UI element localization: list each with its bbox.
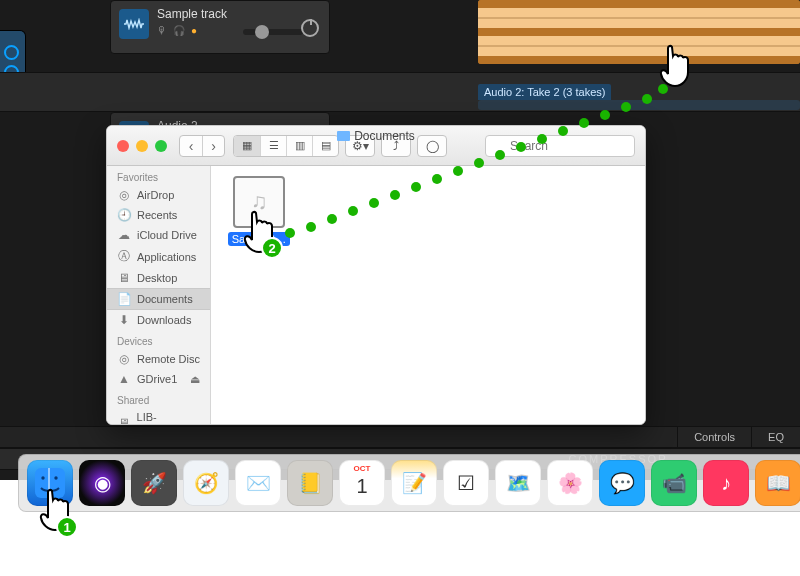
downloads-icon: ⬇ xyxy=(117,313,131,327)
dock-app-reminders[interactable]: ☑︎ xyxy=(443,460,489,506)
sidebar-header-devices: Devices xyxy=(107,330,210,349)
sidebar-item-icloud[interactable]: ☁iCloud Drive xyxy=(107,225,210,245)
track-header-1[interactable]: Sample track 🎙 🎧 ● xyxy=(110,0,330,54)
track-name: Sample track xyxy=(157,7,227,21)
dock-area: ◉ 🚀 🧭 ✉️ 📒 OCT 1 📝 ☑︎ 🗺️ 🌸 💬 📹 ♪ 📖 📊 xyxy=(0,448,800,520)
finder-window[interactable]: ‹ › ▦ ☰ ▥ ▤ ⚙▾ ⤴ ◯ Documents 🔍 Favorites… xyxy=(106,125,646,425)
sidebar-header-shared: Shared xyxy=(107,389,210,408)
dock[interactable]: ◉ 🚀 🧭 ✉️ 📒 OCT 1 📝 ☑︎ 🗺️ 🌸 💬 📹 ♪ 📖 📊 xyxy=(18,454,800,512)
computer-icon: 🖥 xyxy=(117,416,131,424)
file-item[interactable]: ♫ Sample t… xyxy=(223,176,295,247)
cloud-icon: ☁ xyxy=(117,228,131,242)
forward-icon[interactable]: › xyxy=(202,136,224,156)
volume-slider[interactable] xyxy=(243,29,303,35)
airdrop-icon: ◎ xyxy=(117,188,131,202)
share-button[interactable]: ⤴ xyxy=(381,135,411,157)
minimize-icon[interactable] xyxy=(136,140,148,152)
sidebar-item-applications[interactable]: ⒶApplications xyxy=(107,245,210,268)
calendar-day: 1 xyxy=(356,475,367,498)
plugin-tabs: Controls EQ xyxy=(0,426,800,448)
pan-knob[interactable] xyxy=(301,19,319,37)
svg-point-6 xyxy=(41,476,44,479)
desktop-icon: 🖥 xyxy=(117,271,131,285)
dock-app-safari[interactable]: 🧭 xyxy=(183,460,229,506)
sidebar-item-downloads[interactable]: ⬇Downloads xyxy=(107,310,210,330)
music-file-icon: ♫ xyxy=(233,176,285,228)
sidebar-item-airdrop[interactable]: ◎AirDrop xyxy=(107,185,210,205)
mute-icon[interactable]: 🎙 xyxy=(157,25,167,36)
search-input[interactable] xyxy=(485,135,635,157)
drive-icon: ▲ xyxy=(117,372,131,386)
documents-icon: 📄 xyxy=(117,292,131,306)
finder-sidebar: Favorites ◎AirDrop 🕘Recents ☁iCloud Driv… xyxy=(107,166,211,424)
gallery-view-icon[interactable]: ▤ xyxy=(312,136,338,156)
view-mode-segment[interactable]: ▦ ☰ ▥ ▤ xyxy=(233,135,339,157)
dock-app-itunes[interactable]: ♪ xyxy=(703,460,749,506)
applications-icon: Ⓐ xyxy=(117,248,131,265)
sidebar-item-gdrive[interactable]: ▲GDrive1⏏ xyxy=(107,369,210,389)
sidebar-header-favorites: Favorites xyxy=(107,166,210,185)
dock-app-messages[interactable]: 💬 xyxy=(599,460,645,506)
close-icon[interactable] xyxy=(117,140,129,152)
window-controls[interactable] xyxy=(117,140,167,152)
waveform-icon xyxy=(119,9,149,39)
eject-icon[interactable]: ⏏ xyxy=(190,373,200,386)
dock-app-siri[interactable]: ◉ xyxy=(79,460,125,506)
take-folder[interactable] xyxy=(478,100,800,110)
audio-clip-sample-track[interactable] xyxy=(478,0,800,64)
disc-icon: ◎ xyxy=(117,352,131,366)
dock-app-ibooks[interactable]: 📖 xyxy=(755,460,800,506)
dock-app-facetime[interactable]: 📹 xyxy=(651,460,697,506)
dock-app-finder[interactable] xyxy=(27,460,73,506)
record-icon[interactable]: ● xyxy=(191,25,197,36)
nav-back-forward[interactable]: ‹ › xyxy=(179,135,225,157)
dock-app-notes[interactable]: 📝 xyxy=(391,460,437,506)
finder-content[interactable]: ♫ Sample t… xyxy=(211,166,645,424)
arrange-menu[interactable]: ⚙▾ xyxy=(345,135,375,157)
sidebar-item-shared-machine[interactable]: 🖥LIB-25VQ0… xyxy=(107,408,210,424)
sidebar-item-documents[interactable]: 📄Documents xyxy=(107,288,210,310)
tags-button[interactable]: ◯ xyxy=(417,135,447,157)
dock-app-mail[interactable]: ✉️ xyxy=(235,460,281,506)
dock-app-maps[interactable]: 🗺️ xyxy=(495,460,541,506)
recents-icon: 🕘 xyxy=(117,208,131,222)
dock-app-launchpad[interactable]: 🚀 xyxy=(131,460,177,506)
sidebar-item-remote-disc[interactable]: ◎Remote Disc xyxy=(107,349,210,369)
svg-point-7 xyxy=(54,476,57,479)
step-badge-1: 1 xyxy=(56,516,78,538)
zoom-icon[interactable] xyxy=(155,140,167,152)
back-icon[interactable]: ‹ xyxy=(180,136,202,156)
calendar-month: OCT xyxy=(354,464,371,473)
icon-view-icon[interactable]: ▦ xyxy=(234,136,260,156)
headphone-icon[interactable]: 🎧 xyxy=(173,25,185,36)
column-view-icon[interactable]: ▥ xyxy=(286,136,312,156)
track-controls[interactable]: 🎙 🎧 ● xyxy=(157,25,197,36)
sidebar-item-desktop[interactable]: 🖥Desktop xyxy=(107,268,210,288)
dock-app-photos[interactable]: 🌸 xyxy=(547,460,593,506)
sidebar-item-recents[interactable]: 🕘Recents xyxy=(107,205,210,225)
list-view-icon[interactable]: ☰ xyxy=(260,136,286,156)
tab-eq[interactable]: EQ xyxy=(751,427,800,447)
tab-controls[interactable]: Controls xyxy=(677,427,751,447)
clip-take-label[interactable]: Audio 2: Take 2 (3 takes) xyxy=(478,84,611,100)
dock-app-calendar[interactable]: OCT 1 xyxy=(339,460,385,506)
svg-rect-5 xyxy=(35,468,65,498)
dock-app-contacts[interactable]: 📒 xyxy=(287,460,333,506)
step-badge-2: 2 xyxy=(261,237,283,259)
